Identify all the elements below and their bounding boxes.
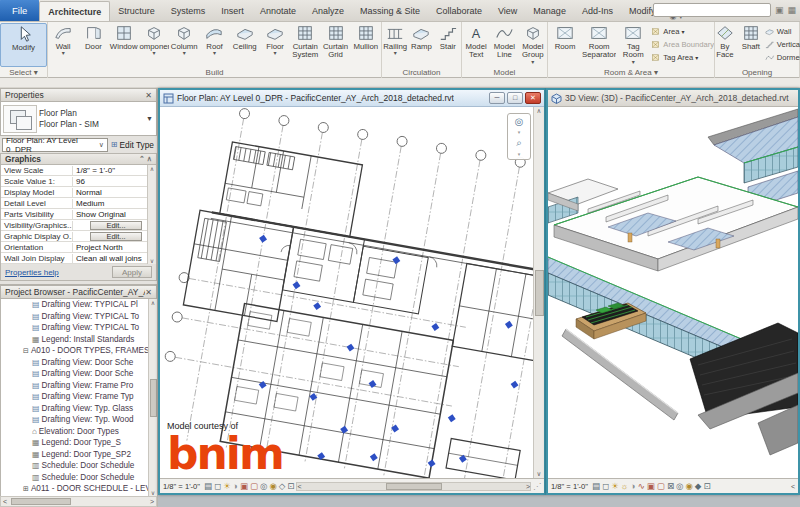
property-value[interactable]: Show Original	[73, 210, 156, 219]
tree-item-a010-door-types-frames[interactable]: ⊟A010 - DOOR TYPES, FRAMES &	[1, 345, 157, 357]
tool-wall[interactable]: Wall	[764, 25, 800, 38]
sketchy-lines-icon[interactable]: ∿	[638, 481, 645, 491]
reveal-hidden-icon[interactable]: ◉	[685, 481, 692, 491]
tree-item-drafting-view-typical-to[interactable]: ▤Drafting View: TYPICAL To	[1, 322, 157, 334]
tab-analyze[interactable]: Analyze	[304, 1, 352, 21]
tree-item-a011-door-schedule-leve[interactable]: ⊞A011 - DOOR SCHEDULE - LEVE	[1, 483, 157, 495]
tree-item-drafting-view-typ-glass[interactable]: ▤Drafting View: Typ. Glass	[1, 403, 157, 415]
tree-item-legend-door-type-s[interactable]: ▦Legend: Door Type_S	[1, 437, 157, 449]
scale-label[interactable]: 1/8" = 1'-0"	[163, 482, 200, 491]
property-value[interactable]: 1/8" = 1'-0"	[73, 166, 156, 175]
sun-settings-icon[interactable]: ☼	[621, 481, 629, 491]
tool-door[interactable]: Door	[78, 23, 108, 67]
tab-systems[interactable]: Systems	[163, 1, 214, 21]
tab-insert[interactable]: Insert	[213, 1, 252, 21]
show-crop-icon[interactable]: ▢	[657, 481, 665, 491]
threed-canvas[interactable]	[548, 107, 798, 478]
scroll-left-icon[interactable]: <	[791, 483, 795, 490]
visual-style-icon[interactable]: ◻	[602, 481, 609, 491]
tree-item-legend-install-standards[interactable]: ▦Legend: Install Standards	[1, 334, 157, 346]
property-value[interactable]: Project North	[73, 243, 156, 252]
tool-modify[interactable]: Modify	[0, 23, 47, 67]
tool-window[interactable]: Window	[109, 23, 139, 67]
type-selector[interactable]: Floor Plan Floor Plan - SIM ▼	[0, 102, 157, 136]
scroll-left-icon[interactable]: <	[297, 483, 301, 490]
property-value[interactable]: Medium	[73, 199, 156, 208]
property-value[interactable]: Clean all wall joins	[73, 254, 156, 263]
scroll-down-icon[interactable]: ∨	[537, 470, 542, 478]
threed-titlebar[interactable]: 3D View: (3D) - PacificCenter_AY_Arch_20…	[548, 90, 798, 107]
floor-plan-canvas[interactable]: Model courtesy of bnim ◎ ▾ ⌕ ▾ ∧ ∨	[160, 107, 544, 478]
temporary-hide-icon[interactable]: ◎	[676, 481, 683, 491]
scale-label[interactable]: 1/8" = 1'-0"	[551, 482, 588, 491]
analytical-model-icon[interactable]: ◇	[279, 481, 286, 491]
properties-palette-title[interactable]: Properties ✕	[0, 88, 157, 102]
tree-expander-icon[interactable]: ⊞	[23, 485, 29, 493]
tab-structure[interactable]: Structure	[110, 1, 163, 21]
tool-component[interactable]: Component▾	[139, 23, 169, 67]
tool-wall[interactable]: Wall▾	[48, 23, 78, 67]
edit-button[interactable]: Edit...	[90, 232, 142, 241]
tree-item-drafting-view-typical-to[interactable]: ▤Drafting View: TYPICAL To	[1, 311, 157, 323]
sign-in-icon[interactable]: ▣	[775, 5, 784, 15]
floor-plan-titlebar[interactable]: Floor Plan: AY Level 0_DPR - PacificCent…	[160, 90, 544, 107]
properties-scrollbar[interactable]: ∧∨	[147, 165, 156, 264]
scroll-right-icon[interactable]: >	[150, 498, 154, 505]
graphics-section-header[interactable]: Graphics ⌃ ∧	[0, 153, 157, 165]
navbar-chevron-icon[interactable]: ▾	[518, 129, 521, 135]
shadows-icon[interactable]: ◑	[631, 481, 636, 491]
tab-add-ins[interactable]: Add-Ins	[574, 1, 621, 21]
restore-icon[interactable]: □	[507, 92, 523, 104]
tool-railing[interactable]: Railing▾	[382, 23, 408, 67]
navbar-chevron-icon[interactable]: ▾	[518, 151, 521, 157]
floor-plan-window[interactable]: Floor Plan: AY Level 0_DPR - PacificCent…	[158, 88, 546, 495]
zoom-icon[interactable]: ⌕	[516, 137, 522, 149]
tree-item-schedule-door-schedule[interactable]: ▥Schedule: Door Schedule	[1, 460, 157, 472]
project-browser-close-icon[interactable]: ✕	[145, 288, 152, 297]
tree-item-drafting-view-door-sche[interactable]: ▤Drafting View: Door Sche	[1, 368, 157, 380]
scroll-left-icon[interactable]: <	[3, 498, 7, 505]
help-icon[interactable]: ▦	[787, 5, 796, 15]
reveal-hidden-icon[interactable]: ◉	[269, 481, 276, 491]
plan-vertical-scrollbar[interactable]: ∧ ∨	[533, 107, 544, 478]
property-value[interactable]: Normal	[73, 188, 156, 197]
tree-item-drafting-view-typ-wood[interactable]: ▤Drafting View: Typ. Wood	[1, 414, 157, 426]
displacement-icon[interactable]: ◆	[695, 481, 702, 491]
tree-expander-icon[interactable]: ⊟	[23, 347, 29, 355]
tab-architecture[interactable]: Architecture	[39, 1, 110, 21]
shadows-icon[interactable]: ◑	[233, 481, 238, 491]
tab-manage[interactable]: Manage	[525, 1, 574, 21]
tree-item-schedule-door-schedule[interactable]: ▥Schedule: Door Schedule	[1, 472, 157, 484]
scroll-thumb[interactable]	[11, 498, 71, 505]
tool-column[interactable]: Column▾	[169, 23, 199, 67]
scroll-thumb[interactable]	[535, 270, 544, 316]
tool-ramp[interactable]: Ramp	[408, 23, 434, 67]
tab-annotate[interactable]: Annotate	[252, 1, 304, 21]
group-label-select[interactable]: Select ▾	[0, 67, 47, 78]
crop-view-icon[interactable]: ▣	[240, 481, 248, 491]
tab-view[interactable]: View	[490, 1, 525, 21]
tool-by-face[interactable]: By Face	[712, 23, 738, 67]
tool-vertical[interactable]: Vertical	[764, 38, 800, 51]
project-browser-title[interactable]: Project Browser - PacificCenter_AY_Arch_…	[0, 285, 157, 299]
properties-help-link[interactable]: Properties help	[5, 268, 59, 277]
sun-path-icon[interactable]: ☀	[223, 481, 231, 491]
tool-tag-area[interactable]: Tag Area▾	[650, 51, 714, 64]
browser-horizontal-scrollbar[interactable]: < >	[0, 496, 157, 507]
scroll-thumb[interactable]	[150, 379, 157, 417]
edit-type-button[interactable]: ⊞ Edit Type	[108, 140, 157, 150]
tool-model-line[interactable]: Model Line	[490, 23, 518, 67]
detail-level-icon[interactable]: ▤	[204, 481, 212, 491]
constraints-icon[interactable]: ⊡	[287, 481, 294, 491]
temporary-hide-icon[interactable]: ◎	[260, 481, 267, 491]
properties-close-icon[interactable]: ✕	[145, 91, 152, 100]
crop-view-icon[interactable]: ▣	[647, 481, 655, 491]
resize-grip[interactable]: ⋰	[533, 482, 541, 491]
constraints-icon[interactable]: ⊡	[703, 481, 710, 491]
apply-button[interactable]: Apply	[112, 266, 152, 278]
tool-floor[interactable]: Floor▾	[260, 23, 290, 67]
tool-mullion[interactable]: Mullion	[351, 23, 381, 67]
tool-shaft[interactable]: Shaft	[738, 23, 764, 67]
browser-vertical-scrollbar[interactable]: ∧ ∨	[148, 299, 157, 496]
visual-style-icon[interactable]: ◻	[214, 481, 221, 491]
